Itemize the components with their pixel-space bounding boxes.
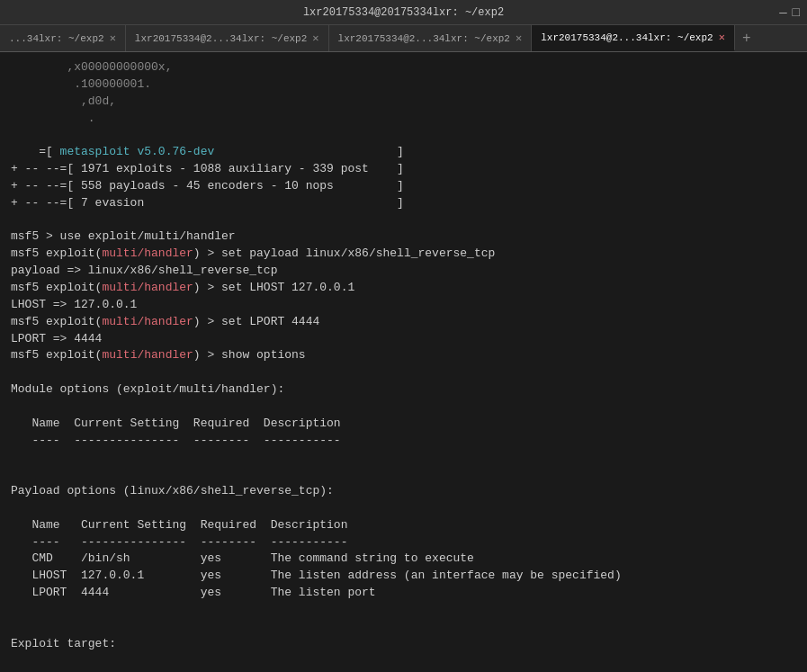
line-hex4: . xyxy=(11,111,796,128)
window-title: lxr20175334@20175334lxr: ~/exp2 xyxy=(303,6,504,19)
new-tab-button[interactable]: + xyxy=(735,25,758,51)
cmd-use-handler: msf5 > use exploit/multi/handler xyxy=(11,228,796,246)
module-col-dividers: ---- --------------- -------- ----------… xyxy=(11,433,796,450)
output-lhost: LHOST => 127.0.0.1 xyxy=(11,297,796,314)
tab-4[interactable]: lxr20175334@2...34lxr: ~/exp2 ✕ xyxy=(532,25,735,51)
line-blank8 xyxy=(11,602,796,619)
tab-3-label: lxr20175334@2...34lxr: ~/exp2 xyxy=(338,33,510,44)
cmd-set-lhost: msf5 exploit(multi/handler) > set LHOST … xyxy=(11,280,796,297)
tab-4-label: lxr20175334@2...34lxr: ~/exp2 xyxy=(541,32,713,43)
cmd-set-payload: msf5 exploit(multi/handler) > set payloa… xyxy=(11,246,796,263)
payload-col-dividers: ---- --------------- -------- ----------… xyxy=(11,534,796,551)
tab-2-close[interactable]: ✕ xyxy=(312,31,318,45)
line-blank9 xyxy=(11,619,796,636)
maximize-button[interactable]: □ xyxy=(793,5,800,20)
line-blank5 xyxy=(11,449,796,466)
line-hex2: .100000001. xyxy=(11,76,796,94)
banner-msf: =[ metasploit v5.0.76-dev ] xyxy=(11,144,796,161)
tab-1-close[interactable]: ✕ xyxy=(110,31,116,45)
line-blank6 xyxy=(11,466,796,483)
line-blank7 xyxy=(11,500,796,517)
line-blank3 xyxy=(11,364,796,381)
module-col-headers: Name Current Setting Required Descriptio… xyxy=(11,416,796,433)
title-bar: lxr20175334@20175334lxr: ~/exp2 — □ xyxy=(0,0,807,25)
exploit-target-header: Exploit target: xyxy=(11,636,796,653)
module-options-header: Module options (exploit/multi/handler): xyxy=(11,381,796,399)
cmd-show-options: msf5 exploit(multi/handler) > show optio… xyxy=(11,347,796,364)
line-blank10 xyxy=(11,653,796,670)
tab-2-label: lxr20175334@2...34lxr: ~/exp2 xyxy=(135,33,307,44)
banner-payloads: + -- --=[ 558 payloads - 45 encoders - 1… xyxy=(11,178,796,195)
banner-evasion: + -- --=[ 7 evasion ] xyxy=(11,195,796,212)
minimize-button[interactable]: — xyxy=(779,5,786,20)
cmd-set-lport: msf5 exploit(multi/handler) > set LPORT … xyxy=(11,314,796,331)
line-hex3: ,d0d, xyxy=(11,94,796,111)
line-blank4 xyxy=(11,399,796,416)
tab-3[interactable]: lxr20175334@2...34lxr: ~/exp2 ✕ xyxy=(329,25,533,51)
tab-bar: ...34lxr: ~/exp2 ✕ lxr20175334@2...34lxr… xyxy=(0,25,807,52)
tab-4-close[interactable]: ✕ xyxy=(719,31,725,44)
tab-3-close[interactable]: ✕ xyxy=(516,31,522,45)
output-payload: payload => linux/x86/shell_reverse_tcp xyxy=(11,263,796,280)
window-controls[interactable]: — □ xyxy=(779,5,800,20)
line-blank2 xyxy=(11,212,796,229)
terminal-content[interactable]: ,x00000000000x, .100000001. ,d0d, . =[ m… xyxy=(0,52,807,672)
payload-options-header: Payload options (linux/x86/shell_reverse… xyxy=(11,483,796,500)
line-blank1 xyxy=(11,127,796,144)
tab-1[interactable]: ...34lxr: ~/exp2 ✕ xyxy=(0,25,126,51)
banner-exploits: + -- --=[ 1971 exploits - 1088 auxiliary… xyxy=(11,161,796,178)
payload-row-cmd: CMD /bin/sh yes The command string to ex… xyxy=(11,551,796,568)
payload-row-lhost: LHOST 127.0.0.1 yes The listen address (… xyxy=(11,568,796,585)
line-hex1: ,x00000000000x, xyxy=(11,59,796,76)
payload-col-headers: Name Current Setting Required Descriptio… xyxy=(11,517,796,534)
output-lport: LPORT => 4444 xyxy=(11,331,796,348)
tab-1-label: ...34lxr: ~/exp2 xyxy=(9,33,104,44)
payload-row-lport: LPORT 4444 yes The listen port xyxy=(11,585,796,602)
tab-2[interactable]: lxr20175334@2...34lxr: ~/exp2 ✕ xyxy=(126,25,329,51)
